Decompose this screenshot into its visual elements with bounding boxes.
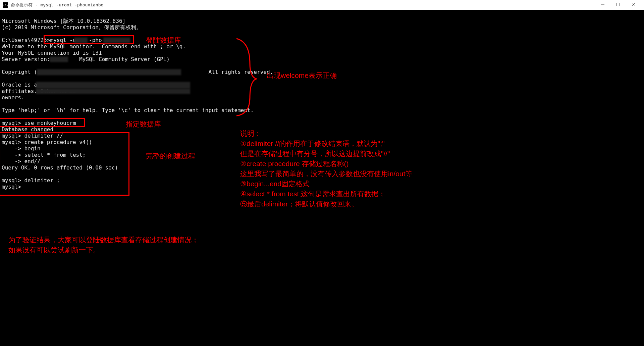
annotation-login: 登陆数据库	[146, 35, 181, 45]
censor-block	[74, 38, 88, 43]
terminal-line: mysql>	[2, 184, 21, 190]
censor-block	[36, 89, 190, 94]
terminal-line: mysql> delimiter ;	[2, 177, 60, 184]
terminal-line: Your MySQL connection id is 131	[2, 50, 102, 56]
app-icon: C:\	[3, 2, 8, 8]
terminal-line: mysql> delimiter //	[2, 133, 63, 139]
titlebar: C:\ 命令提示符 - mysql -uroot -phouxianbo	[0, 0, 644, 10]
terminal-line: Oracle is a	[2, 82, 41, 88]
terminal-line: owners.	[2, 94, 24, 101]
censor-block	[37, 69, 181, 75]
terminal-line: Microsoft Windows [版本 10.0.18362.836]	[2, 18, 125, 24]
terminal-line: Query OK, 0 rows affected (0.00 sec)	[2, 164, 118, 171]
svg-rect-1	[617, 3, 620, 6]
maximize-button[interactable]	[610, 0, 626, 9]
terminal-line: mysql> create procedure v4()	[2, 139, 92, 145]
annotation-explanation: 说明： ①delimiter //的作用在于修改结束语，默认为";" 但是在存储…	[240, 129, 475, 209]
terminal-line: (c) 2019 Microsoft Corporation。保留所有权利。	[2, 24, 142, 31]
terminal-line: mysql> use monkeyhoucrm	[2, 120, 76, 126]
censor-block	[103, 38, 130, 43]
close-button[interactable]	[626, 0, 641, 9]
minimize-button[interactable]	[595, 0, 610, 9]
terminal-line: -> select * from test;	[2, 152, 86, 158]
terminal-line: Server version: MySQL Community Server (…	[2, 56, 170, 62]
terminal-line: Database changed	[2, 126, 53, 133]
terminal-line: -> begin	[2, 145, 41, 152]
terminal-line: Type 'help;' or '\h' for help. Type '\c'…	[2, 107, 254, 113]
censor-block	[36, 82, 190, 89]
window-controls	[595, 1, 641, 9]
brace-icon	[230, 37, 263, 117]
terminal-area[interactable]: Microsoft Windows [版本 10.0.18362.836] (c…	[0, 10, 644, 346]
window-title: 命令提示符 - mysql -uroot -phouxianbo	[11, 2, 595, 8]
annotation-verify: 为了验证结果，大家可以登陆数据库查看存储过程创建情况； 如果没有可以尝试刷新一下…	[8, 235, 199, 255]
terminal-line: -> end//	[2, 158, 41, 164]
annotation-procedure: 完整的创建过程	[146, 151, 195, 161]
censor-block	[50, 57, 68, 62]
annotation-usedb: 指定数据库	[126, 119, 161, 129]
annotation-welcome: 出现welcome表示正确	[267, 70, 337, 81]
